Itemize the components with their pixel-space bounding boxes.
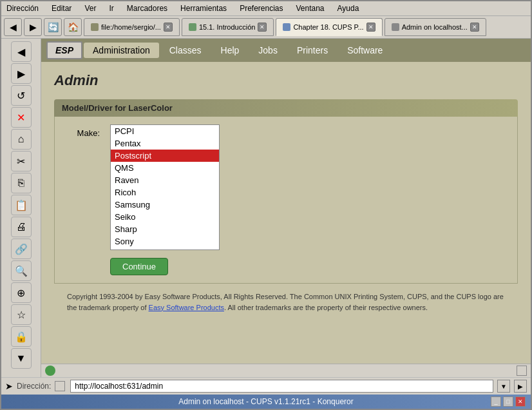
tab-admin[interactable]: Admin on localhost... ✕ [385, 18, 486, 36]
driver-listbox[interactable]: PCPIPentaxPostscriptQMSRavenRicohSamsung… [110, 124, 220, 250]
listbox-item[interactable]: PCPI [111, 125, 219, 137]
close-button[interactable]: ✕ [515, 396, 526, 407]
tab-intro-close[interactable]: ✕ [258, 23, 267, 32]
cups-nav: ESP Administration Classes Help Jobs Pri… [41, 39, 531, 62]
menu-ir[interactable]: Ir [106, 3, 116, 14]
sidebar-reload-icon[interactable]: ↺ [11, 85, 32, 106]
section-body: Make: PCPIPentaxPostscriptQMSRavenRicohS… [54, 117, 518, 284]
maximize-button[interactable]: □ [503, 396, 513, 407]
tab-toolbar: ◀ ▶ 🔄 🏠 file:/home/sergio/... ✕ 15.1. In… [1, 16, 531, 39]
menu-direccion[interactable]: Dirección [4, 3, 41, 14]
listbox-item[interactable]: Sharp [111, 223, 219, 235]
sidebar-back-icon[interactable]: ◀ [11, 41, 32, 62]
cups-nav-jobs[interactable]: Jobs [249, 43, 287, 58]
nav-home-button[interactable]: 🏠 [64, 18, 82, 36]
sidebar-settings-icon[interactable]: ▼ [11, 348, 32, 369]
listbox-item[interactable]: Ricoh [111, 186, 219, 199]
address-page-icon [55, 381, 65, 391]
listbox-container: PCPIPentaxPostscriptQMSRavenRicohSamsung… [110, 124, 220, 250]
nav-forward-button[interactable]: ▶ [24, 18, 42, 36]
tab-intro-icon [189, 23, 196, 31]
page-footer: Copyright 1993-2004 by Easy Software Pro… [54, 284, 518, 326]
address-go-button[interactable]: ▶ [514, 380, 527, 393]
address-label: Dirección: [17, 382, 51, 391]
cups-nav-administration[interactable]: Administration [84, 43, 159, 58]
listbox-item[interactable]: Samsung [111, 199, 219, 211]
address-bar: ➤ Dirección: ▼ ▶ [1, 377, 531, 395]
cups-nav-help[interactable]: Help [212, 43, 249, 58]
menu-editar[interactable]: Editar [49, 3, 74, 14]
cups-nav-classes[interactable]: Classes [160, 43, 211, 58]
sidebar-forward-icon[interactable]: ▶ [11, 63, 32, 84]
page-body: Admin Model/Driver for LaserColor Make: … [41, 62, 531, 364]
menu-preferencias[interactable]: Preferencias [237, 3, 285, 14]
address-input[interactable] [75, 382, 489, 391]
sidebar-stop-icon[interactable]: ✕ [11, 107, 32, 128]
tab-intro-label: 15.1. Introducción [199, 23, 255, 31]
form-row-make: Make: PCPIPentaxPostscriptQMSRavenRicohS… [68, 124, 504, 250]
cups-esp-button[interactable]: ESP [46, 41, 82, 59]
continue-area: Continue [110, 250, 504, 275]
tab-home-label: file:/home/sergio/... [101, 23, 161, 31]
sidebar-search-icon[interactable]: 🔍 [11, 260, 32, 281]
address-dropdown-button[interactable]: ▼ [497, 380, 510, 393]
browser-content: ESP Administration Classes Help Jobs Pri… [41, 39, 531, 377]
footer-text-2: . All other trademarks are the property … [224, 304, 428, 311]
menu-ver[interactable]: Ver [82, 3, 99, 14]
make-label: Make: [68, 124, 100, 138]
status-bar [41, 364, 531, 377]
address-go-icon: ➤ [5, 381, 13, 391]
tab-admin-icon [392, 23, 399, 31]
menu-herramientas[interactable]: Herramientas [178, 3, 229, 14]
title-bar: Admin on localhost - CUPS v1.1.21rc1 - K… [1, 395, 531, 409]
address-input-wrap [70, 380, 493, 393]
listbox-item[interactable]: QMS [111, 162, 219, 174]
continue-button[interactable]: Continue [110, 258, 168, 275]
page-title: Admin [54, 72, 518, 89]
menu-bar: Dirección Editar Ver Ir Marcadores Herra… [1, 1, 531, 16]
sidebar-security-icon[interactable]: 🔒 [11, 326, 32, 347]
title-bar-text: Admin on localhost - CUPS v1.1.21rc1 - K… [178, 397, 353, 406]
status-resize-icon [517, 366, 527, 376]
nav-back-button[interactable]: ◀ [4, 18, 22, 36]
nav-reload-button[interactable]: 🔄 [44, 18, 62, 36]
status-icon [45, 366, 55, 376]
sidebar-link-icon[interactable]: 🔗 [11, 239, 32, 259]
menu-ventana[interactable]: Ventana [294, 3, 327, 14]
listbox-item[interactable]: Sony [111, 235, 219, 248]
tab-cups-label: Chapter 18. CUPS P... [293, 23, 363, 31]
sidebar-bookmark-icon[interactable]: ☆ [11, 304, 32, 325]
sidebar-cut-icon[interactable]: ✂ [11, 151, 32, 171]
sidebar-print-icon[interactable]: 🖨 [11, 217, 32, 237]
content-area: ◀ ▶ ↺ ✕ ⌂ ✂ ⎘ 📋 🖨 🔗 🔍 ⊕ ☆ 🔒 ▼ ESP Admini… [1, 39, 531, 377]
tab-cups-icon [283, 23, 290, 31]
menu-ayuda[interactable]: Ayuda [335, 3, 362, 14]
tab-home-close[interactable]: ✕ [164, 23, 173, 32]
sidebar: ◀ ▶ ↺ ✕ ⌂ ✂ ⎘ 📋 🖨 🔗 🔍 ⊕ ☆ 🔒 ▼ [1, 39, 41, 377]
menu-marcadores[interactable]: Marcadores [124, 3, 170, 14]
section-header: Model/Driver for LaserColor [54, 99, 518, 117]
sidebar-zoom-icon[interactable]: ⊕ [11, 282, 32, 303]
tab-home[interactable]: file:/home/sergio/... ✕ [84, 18, 180, 36]
minimize-button[interactable]: _ [491, 396, 501, 407]
tab-admin-label: Admin on localhost... [402, 23, 468, 31]
tab-cups[interactable]: Chapter 18. CUPS P... ✕ [276, 18, 382, 36]
sidebar-copy-icon[interactable]: ⎘ [11, 173, 32, 193]
listbox-item[interactable]: Pentax [111, 137, 219, 150]
cups-nav-printers[interactable]: Printers [288, 43, 337, 58]
tab-home-icon [91, 23, 99, 31]
listbox-item[interactable]: Raven [111, 174, 219, 186]
tab-cups-close[interactable]: ✕ [366, 23, 375, 32]
title-bar-controls: _ □ ✕ [491, 396, 526, 407]
cups-nav-software[interactable]: Software [338, 43, 392, 58]
footer-link[interactable]: Easy Software Products [149, 304, 224, 311]
tab-intro[interactable]: 15.1. Introducción ✕ [182, 18, 274, 36]
tab-admin-close[interactable]: ✕ [470, 23, 479, 32]
sidebar-paste-icon[interactable]: 📋 [11, 195, 32, 215]
listbox-item[interactable]: Postscript [111, 150, 219, 162]
listbox-item[interactable]: Seiko [111, 211, 219, 223]
sidebar-home-icon[interactable]: ⌂ [11, 129, 32, 150]
